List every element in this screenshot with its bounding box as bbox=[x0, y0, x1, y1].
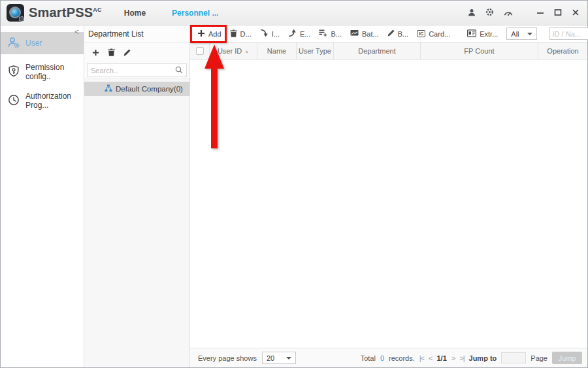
jump-page-input[interactable] bbox=[501, 352, 526, 363]
last-page-button[interactable]: >| bbox=[459, 354, 464, 362]
import-button[interactable]: I... bbox=[260, 29, 280, 39]
sidebar-item-label: User bbox=[25, 39, 42, 48]
user-search-box bbox=[549, 27, 588, 40]
batch-add-label: B... bbox=[331, 30, 342, 38]
main-tabs: Home Personnel ... bbox=[123, 6, 220, 20]
department-list-title: Department List bbox=[84, 25, 189, 43]
batch-edit-pencil-icon bbox=[387, 29, 395, 38]
pagination-bar: Every page shows 20 Total 0 records. |< … bbox=[190, 348, 587, 367]
user-toolbar: Add D... I... E... B... Bat... bbox=[190, 25, 587, 42]
column-header-name[interactable]: Name bbox=[257, 42, 297, 59]
batch-edit-label: B... bbox=[398, 30, 409, 38]
user-search-input[interactable] bbox=[553, 30, 588, 38]
account-icon[interactable] bbox=[468, 7, 476, 19]
export-button[interactable]: E... bbox=[288, 29, 311, 39]
logo-gear-icon bbox=[19, 16, 24, 22]
user-table-body bbox=[190, 59, 587, 348]
column-header-user-type[interactable]: User Type bbox=[297, 42, 334, 59]
titlebar: SmartPSSAC Home Personnel ... bbox=[1, 1, 587, 25]
column-header-fp-count[interactable]: FP Count bbox=[421, 42, 538, 59]
next-page-button[interactable]: > bbox=[451, 354, 455, 362]
card-issuing-label: Card... bbox=[429, 30, 450, 38]
annotation-arrow-shaft bbox=[211, 67, 218, 148]
prev-page-button[interactable]: < bbox=[429, 354, 432, 362]
sidebar-item-permission-config[interactable]: Permission config.. bbox=[1, 61, 84, 83]
shield-key-icon bbox=[7, 65, 20, 80]
card-issuing-button[interactable]: IC Card... bbox=[417, 30, 450, 38]
column-header-operation[interactable]: Operation bbox=[538, 42, 587, 59]
annotation-arrow-head bbox=[204, 44, 224, 69]
batch-add-button[interactable]: B... bbox=[319, 29, 342, 39]
user-gear-icon bbox=[7, 36, 20, 51]
chevron-down-icon bbox=[527, 33, 532, 38]
page-indicator: 1/1 bbox=[437, 354, 447, 362]
delete-user-label: D... bbox=[240, 30, 252, 38]
select-all-checkbox[interactable] bbox=[196, 47, 204, 55]
ic-card-icon: IC bbox=[417, 30, 425, 37]
chevron-down-icon bbox=[286, 357, 291, 362]
app-title: SmartPSSAC bbox=[29, 5, 102, 20]
export-label: E... bbox=[300, 30, 311, 38]
sidebar-item-label: Authorization Prog... bbox=[25, 92, 84, 110]
export-arrow-icon bbox=[288, 29, 297, 39]
delete-user-button[interactable]: D... bbox=[230, 29, 252, 39]
filter-dropdown[interactable]: All bbox=[506, 27, 536, 40]
titlebar-icons bbox=[468, 7, 580, 19]
batch-card-icon bbox=[350, 29, 359, 39]
add-department-button[interactable] bbox=[92, 47, 99, 59]
department-actions bbox=[84, 43, 189, 62]
delete-department-button[interactable] bbox=[108, 47, 115, 59]
settings-gear-icon[interactable] bbox=[485, 7, 494, 19]
smartpss-window: SmartPSSAC Home Personnel ... < User Per… bbox=[0, 0, 588, 368]
batch-edit-button[interactable]: B... bbox=[387, 29, 409, 38]
page-size-label: Every page shows bbox=[198, 354, 257, 362]
page-label: Page bbox=[531, 354, 547, 362]
total-suffix: records. bbox=[389, 354, 415, 362]
sidebar-item-label: Permission config.. bbox=[25, 63, 84, 81]
tab-personnel[interactable]: Personnel ... bbox=[171, 6, 220, 20]
department-search bbox=[84, 62, 189, 79]
department-tree: Default Company(0) bbox=[84, 82, 189, 96]
column-header-department[interactable]: Department bbox=[334, 42, 421, 59]
total-label: Total bbox=[361, 354, 376, 362]
batch-issue-card-button[interactable]: Bat... bbox=[350, 29, 379, 39]
tree-item-default-company[interactable]: Default Company(0) bbox=[84, 82, 189, 96]
department-panel: Department List Default Company(0) bbox=[84, 25, 190, 367]
total-count: 0 bbox=[380, 354, 384, 362]
department-search-input[interactable] bbox=[91, 67, 175, 75]
sort-asc-icon: ▲ bbox=[244, 49, 249, 54]
batch-add-icon bbox=[319, 29, 327, 39]
org-tree-icon bbox=[105, 84, 112, 93]
trash-icon bbox=[230, 29, 237, 39]
extract-info-button[interactable]: Extr... bbox=[467, 29, 498, 39]
sidebar-item-user[interactable]: User bbox=[1, 32, 84, 54]
extract-info-label: Extr... bbox=[480, 30, 498, 38]
user-table-header: User ID ▲ Name User Type Department FP C… bbox=[190, 42, 587, 59]
maximize-button[interactable] bbox=[554, 7, 562, 19]
batch-issue-card-label: Bat... bbox=[362, 30, 379, 38]
clock-icon bbox=[7, 93, 20, 109]
tab-home[interactable]: Home bbox=[123, 6, 147, 20]
jump-to-label: Jump to bbox=[469, 354, 497, 362]
user-management-main: Add D... I... E... B... Bat... bbox=[190, 25, 587, 367]
minimize-button[interactable] bbox=[536, 7, 544, 19]
tree-item-label: Default Company(0) bbox=[116, 85, 183, 93]
edit-department-button[interactable] bbox=[123, 47, 131, 59]
performance-gauge-icon[interactable] bbox=[504, 7, 513, 19]
close-button[interactable] bbox=[572, 7, 580, 19]
sidebar-item-authorization-progress[interactable]: Authorization Prog... bbox=[1, 90, 84, 112]
extract-info-icon bbox=[467, 29, 476, 39]
app-logo-icon bbox=[7, 4, 24, 22]
search-icon[interactable] bbox=[175, 65, 183, 76]
page-size-value: 20 bbox=[267, 354, 274, 362]
annotation-highlight-box bbox=[190, 25, 227, 43]
sidebar-collapse-button[interactable]: < bbox=[74, 27, 79, 37]
filter-dropdown-value: All bbox=[511, 30, 519, 38]
import-arrow-icon bbox=[260, 29, 269, 39]
import-label: I... bbox=[272, 30, 280, 38]
sidebar: < User Permission config.. Authorization… bbox=[1, 25, 84, 367]
first-page-button[interactable]: |< bbox=[419, 354, 424, 362]
page-size-dropdown[interactable]: 20 bbox=[262, 352, 296, 364]
jump-button[interactable]: Jump bbox=[552, 352, 582, 364]
